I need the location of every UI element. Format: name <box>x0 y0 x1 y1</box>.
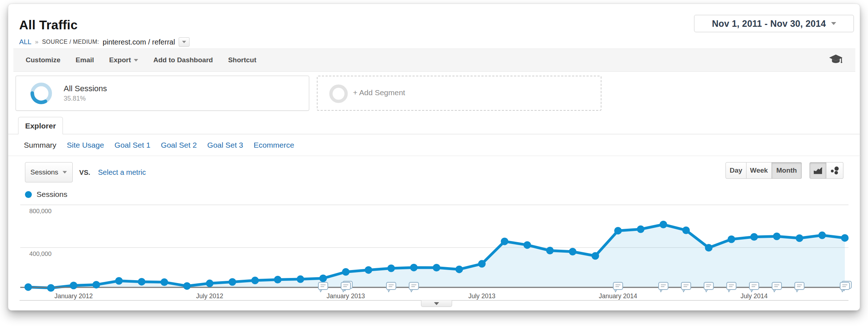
granularity-toggle: Day Week Month <box>726 162 802 179</box>
y-axis-tick-label: 400,000 <box>29 250 51 257</box>
data-point[interactable] <box>818 232 826 239</box>
data-point[interactable] <box>637 225 644 233</box>
page-title: All Traffic <box>19 18 78 32</box>
annotation-marker[interactable] <box>387 282 396 290</box>
metric-selector-dropdown[interactable]: Sessions <box>25 162 73 182</box>
data-point[interactable] <box>206 279 213 287</box>
data-point[interactable] <box>682 227 690 234</box>
line-chart-icon[interactable] <box>809 162 826 179</box>
annotation-marker[interactable] <box>704 282 714 290</box>
breadcrumb-dimension-value: pinterest.com / referral <box>103 38 175 46</box>
data-point[interactable] <box>297 275 304 283</box>
breadcrumb-dropdown-button[interactable] <box>179 37 190 47</box>
add-to-dashboard-button[interactable]: Add to Dashboard <box>153 56 213 64</box>
chevron-down-icon <box>63 171 67 174</box>
export-menu-button[interactable]: Export <box>109 56 138 64</box>
subtab-goal-set-2[interactable]: Goal Set 2 <box>161 141 197 149</box>
data-point[interactable] <box>841 234 848 242</box>
chevron-down-icon <box>831 22 836 25</box>
x-axis-tick-label: January 2014 <box>599 292 637 300</box>
add-segment-button[interactable]: + Add Segment <box>317 76 601 111</box>
annotation-marker[interactable] <box>659 282 668 290</box>
data-point[interactable] <box>161 278 168 286</box>
data-point[interactable] <box>592 252 599 260</box>
add-segment-label: + Add Segment <box>353 88 405 97</box>
granularity-day-button[interactable]: Day <box>726 162 746 179</box>
data-point[interactable] <box>25 283 32 291</box>
subtab-ecommerce[interactable]: Ecommerce <box>254 141 294 149</box>
data-point[interactable] <box>546 247 554 254</box>
breadcrumb: ALL » SOURCE / MEDIUM: pinterest.com / r… <box>19 37 190 47</box>
date-range-selector[interactable]: Nov 1, 2011 - Nov 30, 2014 <box>694 15 854 32</box>
graduation-cap-icon[interactable] <box>829 54 843 66</box>
annotation-marker[interactable] <box>681 282 691 290</box>
data-point[interactable] <box>705 244 712 252</box>
annotation-marker[interactable] <box>749 282 759 290</box>
explorer-subtabs: Summary Site Usage Goal Set 1 Goal Set 2… <box>24 135 294 156</box>
breadcrumb-dimension-label: SOURCE / MEDIUM: <box>42 39 99 45</box>
annotation-marker[interactable] <box>727 282 736 290</box>
annotation-marker[interactable] <box>772 282 782 290</box>
data-point[interactable] <box>93 281 100 288</box>
data-point[interactable] <box>229 278 236 286</box>
subtab-site-usage[interactable]: Site Usage <box>67 141 104 149</box>
series-legend-label: Sessions <box>37 190 67 199</box>
customize-button[interactable]: Customize <box>26 56 60 64</box>
annotation-marker[interactable] <box>318 282 328 290</box>
annotation-marker[interactable] <box>795 282 804 290</box>
vs-label: VS. <box>79 169 90 177</box>
annotation-marker[interactable] <box>840 282 850 290</box>
data-point[interactable] <box>501 237 509 245</box>
data-point[interactable] <box>138 278 145 286</box>
subtab-goal-set-1[interactable]: Goal Set 1 <box>115 141 150 149</box>
data-point[interactable] <box>319 274 327 282</box>
data-point[interactable] <box>796 235 803 242</box>
chevron-down-icon <box>434 302 439 305</box>
data-point[interactable] <box>660 221 667 228</box>
data-point[interactable] <box>410 264 418 271</box>
data-point[interactable] <box>433 264 440 271</box>
data-point[interactable] <box>47 284 55 292</box>
select-a-metric-link[interactable]: Select a metric <box>98 168 146 177</box>
shortcut-button[interactable]: Shortcut <box>228 56 256 64</box>
tab-explorer[interactable]: Explorer <box>18 117 63 134</box>
data-point[interactable] <box>728 235 735 243</box>
metric-selector-value: Sessions <box>30 168 58 176</box>
chevron-down-icon <box>134 59 138 62</box>
email-button[interactable]: Email <box>76 56 94 64</box>
data-point[interactable] <box>750 233 758 241</box>
annotation-marker[interactable] <box>409 282 418 290</box>
annotation-marker[interactable] <box>613 282 623 290</box>
data-point[interactable] <box>478 260 486 267</box>
x-axis-tick-label: January 2013 <box>327 292 365 300</box>
data-point[interactable] <box>387 265 395 272</box>
data-point[interactable] <box>183 282 191 290</box>
segment-card-all-sessions[interactable]: All Sessions 35.81% <box>16 76 309 111</box>
data-point[interactable] <box>523 241 531 249</box>
data-point[interactable] <box>773 233 780 240</box>
annotation-marker[interactable] <box>341 282 350 290</box>
motion-chart-icon[interactable] <box>826 162 843 179</box>
collapse-table-drawer-button[interactable] <box>421 300 452 307</box>
subtab-goal-set-3[interactable]: Goal Set 3 <box>207 141 243 149</box>
data-point[interactable] <box>569 248 576 256</box>
date-range-text: Nov 1, 2011 - Nov 30, 2014 <box>712 18 826 29</box>
data-point[interactable] <box>614 227 622 235</box>
data-point[interactable] <box>365 266 372 274</box>
chart-legend: Sessions <box>25 190 67 199</box>
chart-type-toggle <box>809 162 843 179</box>
sessions-line-chart[interactable]: 800,000400,000January 2012July 2012Janua… <box>15 200 855 311</box>
granularity-month-button[interactable]: Month <box>772 162 802 179</box>
granularity-week-button[interactable]: Week <box>746 162 772 179</box>
data-point[interactable] <box>70 282 77 289</box>
data-point[interactable] <box>251 277 259 284</box>
data-point[interactable] <box>115 277 123 285</box>
series-color-dot <box>25 191 32 198</box>
breadcrumb-root-link[interactable]: ALL <box>19 38 31 46</box>
subtab-summary[interactable]: Summary <box>24 141 56 149</box>
data-point[interactable] <box>274 276 281 283</box>
segment-title: All Sessions <box>64 84 107 93</box>
x-axis-tick-label: July 2013 <box>468 292 495 300</box>
data-point[interactable] <box>455 266 463 273</box>
data-point[interactable] <box>342 268 350 276</box>
